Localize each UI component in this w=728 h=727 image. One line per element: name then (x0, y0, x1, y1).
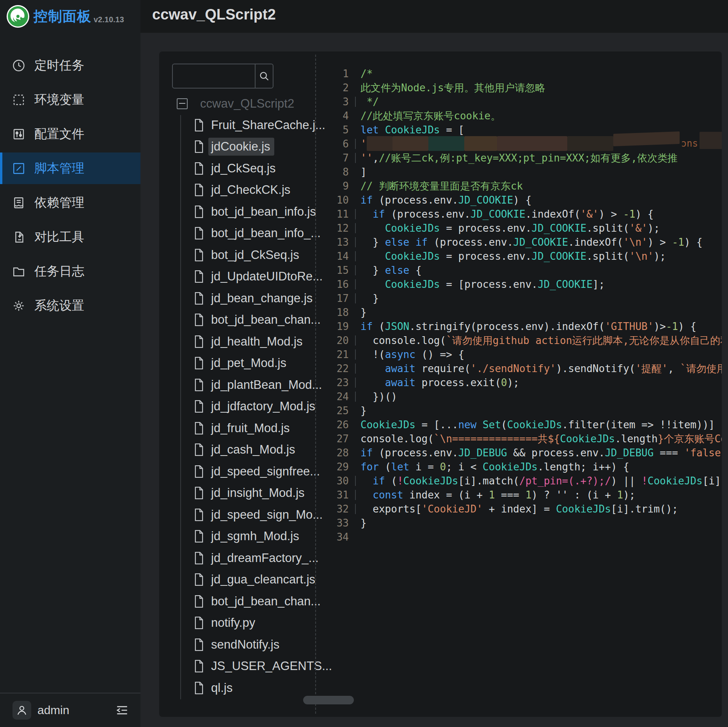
tree-file-jd_sgmh_Mod.js[interactable]: jd_sgmh_Mod.js (172, 526, 313, 548)
line-number: 29 (321, 460, 349, 474)
code-line-18[interactable]: 18} (321, 305, 722, 319)
code-line-12[interactable]: 12 CookieJDs = process.env.JD_COOKIE.spl… (321, 221, 722, 235)
tree-file-jd_CheckCK.js[interactable]: jd_CheckCK.js (172, 179, 313, 201)
search-button[interactable] (255, 64, 273, 89)
code-line-10[interactable]: 10if (process.env.JD_COOKIE) { (321, 193, 722, 207)
code-text: } else { (360, 263, 422, 277)
sidebar-item-8[interactable]: 系统设置 (0, 290, 140, 321)
user-avatar-icon[interactable] (12, 701, 31, 720)
code-line-25[interactable]: 25} (321, 404, 722, 418)
horizontal-scrollbar[interactable] (303, 696, 354, 704)
file-search (172, 64, 273, 89)
tree-file-jd_cash_Mod.js[interactable]: jd_cash_Mod.js (172, 439, 313, 461)
sidebar-item-4[interactable]: 脚本管理 (0, 152, 140, 184)
indent-guide (355, 251, 356, 261)
tree-file-bot_jd_bean_info_...[interactable]: bot_jd_bean_info_... (172, 223, 313, 245)
code-text: })() (360, 390, 397, 404)
indent-guide (355, 476, 356, 486)
code-line-1[interactable]: 1/* (321, 67, 722, 81)
sliders-icon (12, 127, 26, 141)
line-number: 2 (321, 81, 349, 95)
tree-file-jd_dreamFactory_...[interactable]: jd_dreamFactory_... (172, 547, 313, 569)
code-line-16[interactable]: 16 CookieJDs = [process.env.JD_COOKIE]; (321, 277, 722, 291)
tree-file-jd_speed_signfree...[interactable]: jd_speed_signfree... (172, 461, 313, 482)
tree-file-JS_USER_AGENTS...[interactable]: JS_USER_AGENTS... (172, 656, 313, 677)
sidebar-item-3[interactable]: 配置文件 (0, 118, 140, 150)
code-text: exports['CookieJD' + index] = CookieJDs[… (360, 502, 678, 516)
sidebar-item-7[interactable]: 任务日志 (0, 255, 140, 287)
tree-file-jd_insight_Mod.js[interactable]: jd_insight_Mod.js (172, 482, 313, 504)
code-line-4[interactable]: 4//此处填写京东账号cookie。 (321, 109, 722, 123)
tree-file-jd_speed_sign_Mo...[interactable]: jd_speed_sign_Mo... (172, 504, 313, 526)
tree-file-bot_jd_CkSeq.js[interactable]: bot_jd_CkSeq.js (172, 244, 313, 266)
tree-file-jd_jdfactory_Mod.js[interactable]: jd_jdfactory_Mod.js (172, 396, 313, 418)
tree-file-Fruit_ShareCache.j...[interactable]: Fruit_ShareCache.j... (172, 114, 313, 136)
code-line-28[interactable]: 28if (process.env.JD_DEBUG && process.en… (321, 446, 722, 460)
code-line-8[interactable]: 8] (321, 165, 722, 179)
tree-file-jd_gua_cleancart.js[interactable]: jd_gua_cleancart.js (172, 569, 313, 591)
file-label: jd_pet_Mod.js (208, 354, 290, 372)
code-text: */ (360, 95, 379, 109)
file-icon (194, 400, 204, 413)
tree-file-jd_CkSeq.js[interactable]: jd_CkSeq.js (172, 158, 313, 179)
tree-root[interactable]: ccwav_QLScript2 (172, 93, 313, 114)
env-icon (12, 93, 26, 107)
code-line-31[interactable]: 31 const index = (i + 1 === 1) ? '' : (i… (321, 488, 722, 502)
tree-file-jd_UpdateUIDtoRe...[interactable]: jd_UpdateUIDtoRe... (172, 266, 313, 288)
username: admin (37, 704, 69, 717)
code-line-14[interactable]: 14 CookieJDs = process.env.JD_COOKIE.spl… (321, 249, 722, 263)
line-number: 4 (321, 109, 349, 123)
file-icon (194, 184, 204, 196)
tree-file-jd_plantBean_Mod...[interactable]: jd_plantBean_Mod... (172, 374, 313, 396)
code-text: if (process.env.JD_COOKIE.indexOf('&') >… (360, 207, 653, 221)
code-line-21[interactable]: 21 !(async () => { (321, 348, 722, 362)
collapse-node-icon[interactable] (177, 98, 188, 109)
code-line-33[interactable]: 33} (321, 516, 722, 530)
sidebar-item-6[interactable]: 对比工具 (0, 221, 140, 253)
sidebar-item-1[interactable]: 定时任务 (0, 50, 140, 81)
search-input[interactable] (172, 64, 255, 89)
app-version: v2.10.13 (94, 15, 124, 24)
code-line-24[interactable]: 24 })() (321, 390, 722, 404)
code-line-15[interactable]: 15 } else { (321, 263, 722, 277)
file-icon (194, 270, 204, 283)
code-editor[interactable]: 1/*2此文件为Node.js专用。其他用户请忽略3 */4//此处填写京东账号… (321, 67, 722, 544)
code-line-26[interactable]: 26CookieJDs = [...new Set(CookieJDs.filt… (321, 418, 722, 432)
tree-file-bot_jd_bean_chan...[interactable]: bot_jd_bean_chan... (172, 309, 313, 331)
tree-file-notify.py[interactable]: notify.py (172, 612, 313, 634)
code-text: !(async () => { (360, 348, 464, 362)
code-line-27[interactable]: 27console.log(`\n==============共${Cookie… (321, 432, 722, 446)
collapse-sidebar-icon[interactable] (115, 704, 129, 717)
tree-file-jd_fruit_Mod.js[interactable]: jd_fruit_Mod.js (172, 417, 313, 439)
line-number: 6 (321, 137, 349, 151)
sidebar-item-5[interactable]: 依赖管理 (0, 187, 140, 218)
indent-guide (355, 279, 356, 289)
code-line-11[interactable]: 11 if (process.env.JD_COOKIE.indexOf('&'… (321, 207, 722, 221)
tree-file-jd_bean_change.js[interactable]: jd_bean_change.js (172, 287, 313, 309)
code-line-29[interactable]: 29for (let i = 0; i < CookieJDs.length; … (321, 460, 722, 474)
sidebar-item-2[interactable]: 环境变量 (0, 84, 140, 115)
code-line-19[interactable]: 19if (JSON.stringify(process.env).indexO… (321, 319, 722, 333)
tree-file-ql.js[interactable]: ql.js (172, 677, 313, 699)
code-line-32[interactable]: 32 exports['CookieJD' + index] = CookieJ… (321, 502, 722, 516)
code-line-2[interactable]: 2此文件为Node.js专用。其他用户请忽略 (321, 81, 722, 95)
code-line-20[interactable]: 20 console.log(`请勿使用github action运行此脚本,无… (321, 333, 722, 348)
tree-file-jd_health_Mod.js[interactable]: jd_health_Mod.js (172, 331, 313, 353)
code-line-3[interactable]: 3 */ (321, 95, 722, 109)
file-icon (194, 206, 204, 218)
code-text: 此文件为Node.js专用。其他用户请忽略 (360, 81, 545, 95)
code-line-30[interactable]: 30 if (!CookieJDs[i].match(/pt_pin=(.+?)… (321, 474, 722, 488)
code-line-22[interactable]: 22 await require('./sendNotify').sendNot… (321, 362, 722, 376)
code-line-13[interactable]: 13 } else if (process.env.JD_COOKIE.inde… (321, 235, 722, 249)
tree-file-jdCookie.js[interactable]: jdCookie.js (172, 136, 313, 158)
code-line-7[interactable]: 7'',//账号二ck,例:pt_key=XXX;pt_pin=XXX;如有更多… (321, 151, 722, 165)
tree-file-bot_jd_bean_chan...[interactable]: bot_jd_bean_chan... (172, 590, 313, 612)
code-line-23[interactable]: 23 await process.exit(0); (321, 376, 722, 390)
tree-file-bot_jd_bean_info.js[interactable]: bot_jd_bean_info.js (172, 201, 313, 223)
tree-file-jd_pet_Mod.js[interactable]: jd_pet_Mod.js (172, 353, 313, 374)
code-line-34[interactable]: 34 (321, 530, 722, 544)
code-line-17[interactable]: 17 } (321, 291, 722, 305)
code-line-9[interactable]: 9// 判断环境变量里面是否有京东ck (321, 179, 722, 193)
tree-file-sendNotify.js[interactable]: sendNotify.js (172, 634, 313, 656)
code-line-6[interactable]: 6'ɔns (321, 137, 722, 151)
